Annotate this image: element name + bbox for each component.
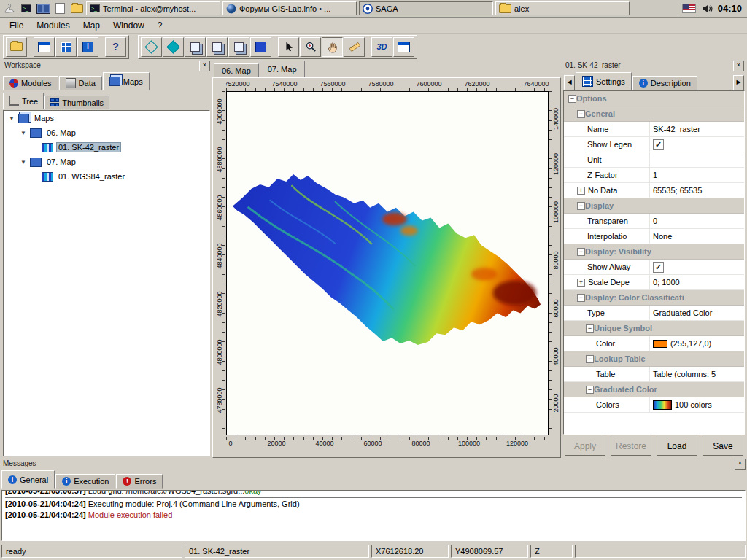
group-color-classification[interactable]: Display: Color Classificati (564, 290, 744, 306)
tab-errors[interactable]: Errors (116, 474, 163, 489)
workspace-pager-icon[interactable] (36, 1, 50, 16)
workspace-close-button[interactable] (199, 61, 210, 71)
terminal-launcher-icon[interactable] (19, 1, 34, 16)
tab-data[interactable]: Data (59, 76, 102, 90)
document-launcher-icon[interactable] (53, 1, 67, 16)
zoom-next-button[interactable] (206, 37, 228, 57)
group-graduated-color[interactable]: Graduated Color (564, 382, 744, 397)
properties-close-button[interactable] (733, 61, 744, 71)
collapse-icon[interactable] (577, 110, 585, 118)
menu-file[interactable]: File (3, 19, 30, 32)
color-swatch (653, 340, 667, 348)
map-icon (30, 128, 42, 138)
collapse-icon[interactable] (577, 248, 585, 256)
tree-item-sk42-raster[interactable]: 01. SK-42_raster (37, 140, 209, 155)
show-workspace-button[interactable] (34, 37, 55, 57)
tree-item-map07[interactable]: 07. Map (15, 155, 209, 169)
workspace-panel: Workspace Modules Data Maps Tree (1, 60, 212, 458)
view-3d-button[interactable]: 3D (371, 37, 392, 57)
group-display[interactable]: Display (564, 198, 744, 214)
task-button-filemanager[interactable]: alex (495, 1, 630, 15)
expander-icon[interactable] (20, 159, 27, 166)
task-button-browser[interactable]: Форумы GIS-Lab.info • ... (222, 1, 357, 15)
show-always-checkbox[interactable] (653, 262, 664, 273)
tab-tree[interactable]: Tree (3, 93, 44, 109)
collapse-icon[interactable] (586, 324, 594, 332)
pointer-icon (283, 41, 295, 52)
status-active-layer: 01. SK-42_raster (185, 545, 369, 558)
tab-map-06[interactable]: 06. Map (214, 63, 259, 77)
show-object-properties-button[interactable] (77, 37, 98, 57)
zoom-previous-button[interactable] (185, 37, 206, 57)
group-lookup-table[interactable]: Lookup Table (564, 351, 744, 367)
keyboard-layout-flag-icon[interactable] (682, 4, 696, 13)
tab-general[interactable]: General (1, 470, 55, 489)
zoom-active-layer-button[interactable] (163, 37, 184, 57)
tab-scroll-left-button[interactable] (564, 75, 575, 90)
messages-close-button[interactable] (735, 459, 746, 470)
task-button-terminal[interactable]: Terminal - alex@myhost... (86, 1, 220, 15)
menu-modules[interactable]: Modules (30, 19, 76, 32)
ruler-left: 4900000 4880000 4860000 4840000 4820000 … (214, 91, 225, 435)
status-y-coordinate: Y4908069.57 (451, 545, 528, 558)
messages-tabs: General Execution Errors (0, 470, 747, 489)
menubar: File Modules Map Window ? (0, 18, 747, 34)
help-button[interactable] (105, 37, 126, 57)
tab-thumbnails[interactable]: Thumbnails (44, 96, 109, 109)
menu-map[interactable]: Map (77, 19, 107, 32)
tab-maps[interactable]: Maps (103, 72, 150, 90)
tab-map-07[interactable]: 07. Map (260, 61, 305, 77)
thumbnails-icon (50, 98, 59, 106)
print-map-button[interactable] (393, 37, 414, 57)
expander-icon[interactable] (8, 115, 15, 122)
prop-row-scale-dependent: Scale Depe 0; 1000 (564, 275, 744, 290)
zoom-tool-button[interactable] (300, 37, 321, 57)
status-ready: ready (1, 545, 182, 558)
layers-icon (190, 42, 200, 52)
collapse-icon[interactable] (577, 202, 585, 210)
zoom-full-extent-button[interactable] (141, 37, 162, 57)
task-button-saga[interactable]: SAGA (359, 1, 493, 15)
app-launcher-icon[interactable] (2, 1, 17, 16)
expander-icon[interactable] (20, 130, 27, 136)
collapse-icon[interactable] (577, 294, 585, 302)
blue-grid-icon (61, 42, 71, 52)
show-full-map-button[interactable] (250, 37, 271, 57)
measure-tool-button[interactable] (344, 37, 365, 57)
tab-scroll-right-button[interactable] (733, 75, 744, 90)
menu-help[interactable]: ? (151, 19, 169, 32)
tab-modules[interactable]: Modules (3, 76, 58, 90)
pan-tool-button[interactable] (322, 37, 343, 57)
group-options[interactable]: Options (564, 91, 744, 106)
tab-settings[interactable]: Settings (576, 72, 632, 90)
speaker-icon[interactable] (701, 3, 713, 15)
save-button[interactable]: Save (703, 437, 743, 456)
synchronize-maps-button[interactable] (228, 37, 249, 57)
expand-icon[interactable] (577, 279, 585, 287)
menu-window[interactable]: Window (107, 19, 151, 32)
collapse-icon[interactable] (568, 95, 576, 103)
info-icon (639, 79, 648, 88)
show-legend-checkbox[interactable] (653, 139, 664, 150)
tab-execution[interactable]: Execution (55, 474, 115, 489)
expand-icon[interactable] (577, 187, 585, 195)
map-canvas[interactable] (226, 91, 549, 435)
tree-item-maps[interactable]: Maps (4, 111, 209, 125)
object-properties-panel: 01. SK-42_raster Settings Description Op… (562, 60, 746, 458)
collapse-icon[interactable] (586, 386, 594, 394)
pointer-tool-button[interactable] (278, 37, 299, 57)
load-button[interactable]: Load (657, 437, 697, 456)
prop-row-show-always: Show Alway (564, 260, 744, 275)
taskbar: Terminal - alex@myhost... Форумы GIS-Lab… (0, 0, 747, 18)
group-unique-symbol[interactable]: Unique Symbol (564, 321, 744, 336)
tab-description[interactable]: Description (632, 76, 697, 90)
group-general[interactable]: General (564, 106, 744, 122)
tree-item-wgs84-raster[interactable]: 01. WGS84_raster (37, 169, 209, 184)
tree-item-map06[interactable]: 06. Map (15, 125, 209, 140)
files-launcher-icon[interactable] (69, 1, 84, 16)
collapse-icon[interactable] (586, 355, 594, 363)
group-display-visibility[interactable]: Display: Visibility (564, 244, 744, 260)
show-data-source-button[interactable] (55, 37, 77, 57)
open-button[interactable] (6, 37, 27, 57)
log-separator (5, 497, 742, 498)
